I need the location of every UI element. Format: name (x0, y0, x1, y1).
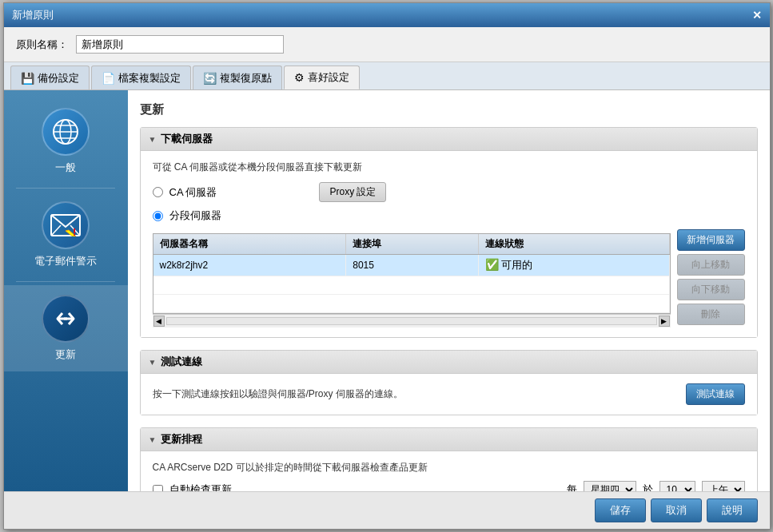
cell-server-name: w2k8r2jhv2 (153, 255, 346, 276)
scroll-track[interactable] (166, 317, 657, 325)
restore-tab-icon: 🔄 (203, 72, 217, 85)
email-icon: ! (42, 201, 90, 249)
cancel-button[interactable]: 取消 (651, 498, 702, 522)
policy-name-row: 原則名稱： (4, 27, 770, 62)
dialog-title: 新增原則 (12, 8, 54, 22)
table-row-empty1 (153, 276, 670, 295)
day-select[interactable]: 星期四 星期日 星期一 星期二 星期三 星期五 星期六 (584, 481, 636, 491)
server-table-outer: 伺服器名稱 連接埠 連線狀態 w2k8r2jhv2 (153, 233, 671, 314)
test-connection-row: 按一下測試連線按鈕以驗證與伺服器/Proxy 伺服器的連線。 測試連線 (153, 383, 745, 405)
server-action-buttons: 新增伺服器 向上移動 向下移動 刪除 (677, 229, 745, 325)
schedule-row: 自動檢查更新 每 星期四 星期日 星期一 星期二 星期三 星期五 星期六 (153, 481, 745, 491)
test-connection-header[interactable]: ▼ 測試連線 (141, 351, 757, 374)
footer: 儲存 取消 說明 (4, 491, 770, 529)
horizontal-scrollbar[interactable]: ◀ ▶ (153, 314, 671, 328)
content-scroll[interactable]: 更新 ▼ 下載伺服器 可從 CA 伺服器或從本機分段伺服器直接下載更新 CA 伺… (128, 90, 770, 491)
auto-update-checkbox[interactable] (153, 485, 163, 492)
seg-server-radio[interactable] (153, 211, 163, 221)
sidebar-email-label: 電子郵件警示 (34, 254, 97, 268)
sidebar-general-label: 一般 (55, 161, 76, 175)
tab-preference[interactable]: ⚙ 喜好設定 (284, 66, 360, 89)
download-server-body: 可從 CA 伺服器或從本機分段伺服器直接下載更新 CA 伺服器 Proxy 設定… (141, 151, 757, 337)
tab-restore-label: 複製復原點 (220, 71, 272, 85)
col-status: 連線狀態 (478, 234, 669, 255)
delete-button[interactable]: 刪除 (677, 304, 745, 325)
content-area: 更新 ▼ 下載伺服器 可從 CA 伺服器或從本機分段伺服器直接下載更新 CA 伺… (128, 90, 770, 491)
table-row-empty2 (153, 295, 670, 313)
server-table-container: 伺服器名稱 連接埠 連線狀態 w2k8r2jhv2 (153, 229, 745, 328)
sidebar: 一般 ! 電子郵件警示 (4, 90, 128, 491)
download-server-title: 下載伺服器 (161, 132, 213, 146)
col-name: 伺服器名稱 (153, 234, 346, 255)
hour-select[interactable]: 10 1234 5678 91112 (659, 481, 695, 491)
seg-server-label: 分段伺服器 (169, 208, 221, 223)
cell-status-text: 可用的 (501, 259, 532, 271)
table-row[interactable]: w2k8r2jhv2 8015 ✅ 可用的 (153, 255, 670, 276)
auto-update-label: 自動檢查更新 (169, 482, 232, 491)
sidebar-update-label: 更新 (55, 347, 76, 362)
tab-restore[interactable]: 🔄 複製復原點 (193, 66, 282, 89)
preference-tab-icon: ⚙ (294, 71, 305, 84)
every-label: 每 (567, 482, 577, 491)
help-button[interactable]: 說明 (707, 498, 758, 522)
download-server-group: ▼ 下載伺服器 可從 CA 伺服器或從本機分段伺服器直接下載更新 CA 伺服器 … (140, 127, 758, 338)
download-server-desc: 可從 CA 伺服器或從本機分段伺服器直接下載更新 (153, 161, 745, 174)
seg-server-radio-row: 分段伺服器 (153, 208, 745, 223)
policy-name-input[interactable] (76, 35, 284, 54)
tab-backup[interactable]: 💾 備份設定 (10, 66, 90, 89)
ampm-select[interactable]: 上午 下午 (702, 481, 745, 491)
svg-line-6 (51, 225, 61, 236)
sidebar-item-general[interactable]: 一般 (4, 98, 128, 185)
schedule-desc: CA ARCserve D2D 可以於排定的時間從下載伺服器檢查產品更新 (153, 461, 745, 474)
tab-backup-label: 備份設定 (38, 71, 79, 85)
move-up-button[interactable]: 向上移動 (677, 254, 745, 276)
test-connection-title: 測試連線 (161, 355, 202, 369)
cell-status: ✅ 可用的 (478, 255, 669, 276)
add-server-button[interactable]: 新增伺服器 (677, 229, 745, 251)
title-bar: 新增原則 ✕ (4, 3, 770, 27)
chevron-down-icon-2: ▼ (149, 358, 157, 367)
tab-filecopy-label: 檔案複製設定 (118, 71, 181, 85)
backup-tab-icon: 💾 (21, 72, 34, 85)
sidebar-item-email[interactable]: ! 電子郵件警示 (4, 192, 128, 278)
sidebar-item-update[interactable]: 更新 (4, 285, 128, 371)
chevron-down-icon: ▼ (149, 135, 157, 144)
ca-server-radio[interactable] (153, 187, 163, 197)
test-connection-button[interactable]: 測試連線 (686, 383, 745, 405)
table-wrapper: 伺服器名稱 連接埠 連線狀態 w2k8r2jhv2 (153, 229, 671, 328)
at-label: 於 (643, 482, 653, 491)
chevron-down-icon-3: ▼ (149, 435, 157, 444)
tab-preference-label: 喜好設定 (308, 70, 349, 85)
move-down-button[interactable]: 向下移動 (677, 279, 745, 300)
general-icon (42, 108, 90, 156)
test-connection-body: 按一下測試連線按鈕以驗證與伺服器/Proxy 伺服器的連線。 測試連線 (141, 374, 757, 415)
tab-filecopy[interactable]: 📄 檔案複製設定 (91, 66, 191, 89)
main-area: 一般 ! 電子郵件警示 (4, 90, 770, 491)
col-port: 連接埠 (346, 234, 479, 255)
update-schedule-title: 更新排程 (161, 432, 202, 447)
test-connection-desc: 按一下測試連線按鈕以驗證與伺服器/Proxy 伺服器的連線。 (153, 387, 403, 401)
scroll-left-icon[interactable]: ◀ (153, 316, 165, 327)
status-ok-icon: ✅ (485, 258, 499, 271)
svg-text:!: ! (73, 226, 76, 236)
cell-port: 8015 (346, 255, 479, 276)
ca-server-radio-row: CA 伺服器 Proxy 設定 (153, 182, 745, 202)
save-button[interactable]: 儲存 (595, 498, 646, 522)
update-schedule-body: CA ARCserve D2D 可以於排定的時間從下載伺服器檢查產品更新 自動檢… (141, 451, 757, 491)
close-button[interactable]: ✕ (752, 9, 762, 22)
test-connection-group: ▼ 測試連線 按一下測試連線按鈕以驗證與伺服器/Proxy 伺服器的連線。 測試… (140, 350, 758, 415)
tab-bar: 💾 備份設定 📄 檔案複製設定 🔄 複製復原點 ⚙ 喜好設定 (4, 62, 770, 90)
download-server-header[interactable]: ▼ 下載伺服器 (141, 128, 757, 151)
filecopy-tab-icon: 📄 (102, 72, 115, 85)
ca-server-label: CA 伺服器 (169, 185, 217, 200)
proxy-settings-button[interactable]: Proxy 設定 (319, 182, 386, 202)
policy-name-label: 原則名稱： (16, 38, 68, 52)
server-table: 伺服器名稱 連接埠 連線狀態 w2k8r2jhv2 (153, 234, 670, 313)
update-icon (42, 295, 90, 343)
update-schedule-group: ▼ 更新排程 CA ARCserve D2D 可以於排定的時間從下載伺服器檢查產… (140, 427, 758, 491)
main-dialog: 新增原則 ✕ 原則名稱： 💾 備份設定 📄 檔案複製設定 🔄 複製復原點 ⚙ 喜… (3, 2, 771, 530)
scroll-right-icon[interactable]: ▶ (659, 316, 670, 327)
update-schedule-header[interactable]: ▼ 更新排程 (141, 428, 757, 451)
content-title: 更新 (140, 102, 758, 117)
